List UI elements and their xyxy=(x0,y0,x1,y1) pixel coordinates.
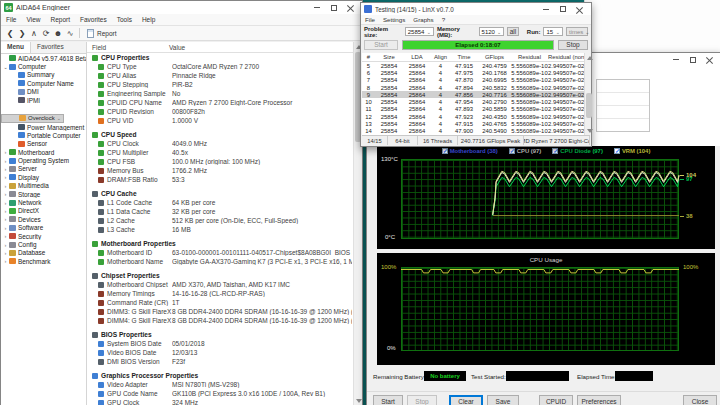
tab-menu[interactable]: Menu xyxy=(1,42,31,53)
menu-item-favorites[interactable]: Favorites xyxy=(75,14,112,25)
stop-button[interactable]: Stop xyxy=(558,40,588,50)
chart-icon[interactable]: ∿ xyxy=(64,29,76,38)
menu-item-settings[interactable]: Settings xyxy=(379,15,409,24)
expand-icon[interactable] xyxy=(2,250,9,256)
field-row[interactable]: L2 Cache512 KB per core (On-Die, ECC, Fu… xyxy=(87,216,352,225)
menu-item-help[interactable]: Help xyxy=(137,14,160,25)
tree-item[interactable]: Config xyxy=(1,240,86,248)
expand-icon[interactable] xyxy=(2,183,9,189)
expand-icon[interactable] xyxy=(2,258,9,264)
field-row[interactable]: Motherboard ChipsetAMD X370, AMD Taishan… xyxy=(87,280,352,289)
field-row[interactable]: Engineering SampleNo xyxy=(87,89,352,98)
field-row[interactable]: CPU Multiplier40.5x xyxy=(87,148,352,157)
field-row[interactable]: DIMM4: G Skill FlareX F4-320...8 GB DDR4… xyxy=(87,316,352,325)
field-row[interactable]: CPU Clock4049.0 MHz xyxy=(87,139,352,148)
expand-icon[interactable] xyxy=(2,158,9,164)
column-header[interactable]: GFlops xyxy=(478,54,511,60)
maximize-icon[interactable] xyxy=(554,4,571,15)
save-button[interactable]: Save xyxy=(487,395,519,405)
run-select[interactable]: 15 xyxy=(543,27,563,36)
tree-item[interactable]: Security xyxy=(1,232,86,240)
expand-icon[interactable] xyxy=(2,191,9,197)
field-column-header[interactable]: Field xyxy=(87,44,169,51)
field-row[interactable]: CPU SteppingPiR-B2 xyxy=(87,80,352,89)
times-select[interactable]: times xyxy=(566,27,588,36)
close-icon[interactable] xyxy=(571,4,588,15)
table-scrollbar[interactable] xyxy=(584,53,590,136)
value-column-header[interactable]: Value xyxy=(169,44,362,51)
field-row[interactable]: Video BIOS Date12/03/13 xyxy=(87,348,352,357)
field-row[interactable]: System BIOS Date05/01/2018 xyxy=(87,339,352,348)
start-button[interactable]: Start xyxy=(364,40,398,50)
tree-item[interactable]: Devices xyxy=(1,215,86,223)
field-row[interactable]: Motherboard ID63-0100-000001-00101111-04… xyxy=(87,248,352,257)
expand-icon[interactable] xyxy=(2,225,9,231)
tree-item[interactable]: Operating System xyxy=(1,156,86,164)
tree-item[interactable]: Computer Name xyxy=(1,79,86,87)
field-row[interactable]: CPUID CPU NameAMD Ryzen 7 2700 Eight-Cor… xyxy=(87,98,352,107)
maximize-icon[interactable] xyxy=(684,54,701,65)
field-row[interactable]: CPU AliasPinnacle Ridge xyxy=(87,71,352,80)
menu-item-graphs[interactable]: Graphs xyxy=(409,15,437,24)
stop-button[interactable]: Stop xyxy=(407,395,437,405)
table-row[interactable]: 132585425864447.915240.47655.556089e-102… xyxy=(362,120,584,127)
refresh-icon[interactable]: ⟳ xyxy=(40,29,52,38)
column-header[interactable]: Residual xyxy=(511,54,548,60)
cpuid-button[interactable]: CPUID xyxy=(539,395,573,405)
table-row[interactable]: 142585425864447.900240.54905.556089e-102… xyxy=(362,128,584,135)
start-button[interactable]: Start xyxy=(373,395,403,405)
tree-item[interactable]: DirectX xyxy=(1,207,86,215)
tree-item[interactable]: Multimedia xyxy=(1,182,86,190)
table-row[interactable]: 52585425864447.915240.47595.556089e-102.… xyxy=(362,62,584,69)
tree-item[interactable]: IPMI xyxy=(1,96,86,104)
field-row[interactable]: L1 Data Cache32 KB per core xyxy=(87,207,352,216)
linx-titlebar[interactable]: Testing (14/15) - LinX v0.7.0 xyxy=(361,3,591,15)
tree-item[interactable]: Computer xyxy=(1,62,86,70)
tree-item[interactable]: Benchmark xyxy=(1,257,86,265)
field-row[interactable]: CPU FSB100.0 MHz (original: 100 MHz) xyxy=(87,157,352,166)
tree-item[interactable]: Motherboard xyxy=(1,148,86,156)
expand-icon[interactable] xyxy=(2,174,9,180)
field-row[interactable]: Command Rate (CR)1T xyxy=(87,298,352,307)
menu-item-report[interactable]: Report xyxy=(45,14,75,25)
menu-item-?[interactable]: ? xyxy=(438,15,449,24)
table-row[interactable]: 82585425864447.894240.58325.556089e-102.… xyxy=(362,84,584,91)
all-memory-button[interactable]: all xyxy=(507,27,519,36)
close-button[interactable]: Close xyxy=(683,395,717,405)
menu-item-view[interactable]: View xyxy=(21,14,45,25)
tree-item[interactable]: Software xyxy=(1,224,86,232)
close-icon[interactable] xyxy=(701,54,718,65)
scroll-down-icon[interactable] xyxy=(587,129,593,133)
expand-icon[interactable] xyxy=(2,216,9,222)
close-icon[interactable] xyxy=(342,2,359,13)
tree-item[interactable]: Overclock xyxy=(1,114,64,123)
scrollbar-thumb[interactable] xyxy=(586,93,592,118)
tree-item[interactable]: Display xyxy=(1,173,86,181)
column-header[interactable]: Align xyxy=(431,54,450,60)
expand-icon[interactable] xyxy=(2,166,9,172)
memory-select[interactable]: 5120 xyxy=(479,27,505,36)
expand-icon[interactable] xyxy=(2,149,9,155)
problem-size-select[interactable]: 25854 xyxy=(405,27,434,36)
field-row[interactable]: Memory Timings14-16-16-28 (CL-RCD-RP-RAS… xyxy=(87,289,352,298)
collapse-icon[interactable] xyxy=(2,64,9,70)
field-row[interactable]: Memory Bus1766.2 MHz xyxy=(87,166,352,175)
field-row[interactable]: DMI BIOS VersionF23f xyxy=(87,357,352,366)
field-row[interactable]: Video AdapterMSI N780Ti (MS-V298) xyxy=(87,380,352,389)
field-row[interactable]: L3 Cache16 MB xyxy=(87,225,352,234)
table-row[interactable]: 92585425864447.856240.77165.556089e-102.… xyxy=(362,91,584,98)
aida64-titlebar[interactable]: 64 AIDA64 Engineer xyxy=(1,1,362,14)
tree-item[interactable]: DMI xyxy=(1,88,86,96)
back-icon[interactable]: ❮ xyxy=(4,29,16,38)
column-header[interactable]: LDA xyxy=(403,54,431,60)
scroll-up-icon[interactable] xyxy=(587,56,593,60)
tree-item[interactable]: Portable Computer xyxy=(1,131,86,139)
table-row[interactable]: 72585425864447.870240.69955.556089e-102.… xyxy=(362,77,584,84)
tree-item[interactable]: Summary xyxy=(1,71,86,79)
up-icon[interactable]: ∧ xyxy=(28,29,40,38)
tree-item[interactable]: Network xyxy=(1,198,86,206)
expand-icon[interactable] xyxy=(2,233,9,239)
user-icon[interactable]: ☻ xyxy=(52,29,64,38)
tree-item[interactable]: Power Management xyxy=(1,123,86,131)
menu-item-file[interactable]: File xyxy=(361,15,379,24)
